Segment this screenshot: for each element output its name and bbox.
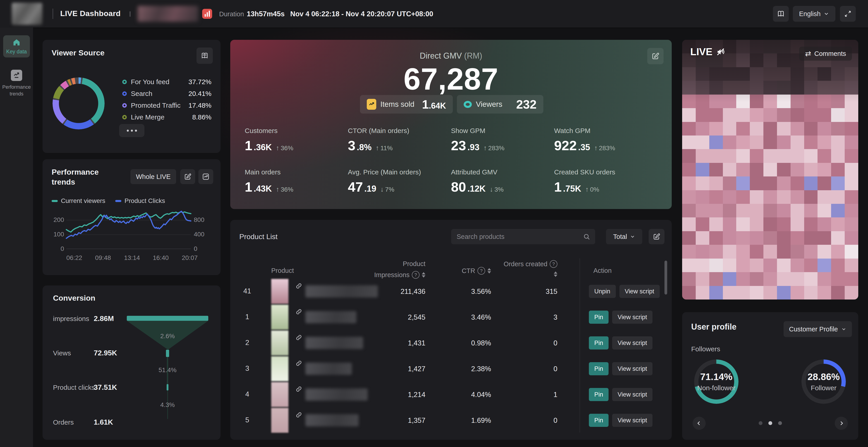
help-icon[interactable]: ?: [550, 260, 557, 268]
panel-title: User profile: [691, 322, 737, 332]
funnel-bar-impressions: [127, 316, 208, 321]
items-sold-value: 1: [422, 98, 429, 111]
toggle-comments-button[interactable]: ⇄ Comments: [799, 46, 852, 61]
legend-item: Promoted Traffic 17.48%: [122, 100, 212, 111]
link-icon[interactable]: [296, 386, 302, 392]
time-range: Nov 4 06:22:18 - Nov 4 20:20:07 UTC+08:0…: [290, 10, 433, 18]
metric-filter-dropdown[interactable]: Total: [606, 229, 642, 244]
help-icon[interactable]: ?: [477, 267, 485, 275]
col-header-orders-sort[interactable]: [490, 271, 557, 277]
duration-label: Duration: [219, 10, 244, 18]
link-icon[interactable]: [296, 308, 302, 315]
cell-ctr: 3.46%: [445, 313, 491, 321]
pin-button[interactable]: Pin: [589, 362, 609, 375]
cell-orders: 0: [521, 416, 557, 424]
conversion-rate: 4.3%: [152, 401, 183, 409]
link-icon[interactable]: [296, 282, 302, 289]
legend-item: Product Clicks: [115, 197, 165, 205]
legend-item: Search 20.41%: [122, 88, 212, 100]
link-icon[interactable]: [296, 334, 302, 341]
trend-line-chart: [66, 206, 191, 249]
panel-title: Conversion: [53, 294, 95, 303]
account-name-redacted: [138, 6, 198, 22]
sort-icon[interactable]: [422, 272, 425, 278]
stat-label: CTOR (Main orders): [348, 127, 451, 135]
view-script-button[interactable]: View script: [612, 362, 652, 375]
pin-button[interactable]: Unpin: [589, 285, 616, 298]
more-sources-button[interactable]: [119, 124, 145, 137]
topbar: LIVE Dashboard Duration 13h57m45s Nov 4 …: [0, 0, 868, 28]
pin-button[interactable]: Pin: [589, 311, 609, 324]
legend-item: Current viewers: [52, 197, 105, 205]
cell-impressions: 211,436: [366, 287, 425, 296]
legend-marker: [52, 200, 58, 202]
edit-metrics-button[interactable]: [180, 169, 195, 184]
product-row: 41211,4363.56%315UnpinView script: [230, 278, 672, 304]
expand-chart-button[interactable]: [198, 169, 213, 184]
live-video-panel: LIVE ⇄ Comments: [682, 40, 858, 300]
sidebar-item-label: Performance trends: [0, 84, 33, 97]
search-icon[interactable]: [583, 233, 590, 240]
pin-button[interactable]: Pin: [589, 388, 609, 401]
view-script-button[interactable]: View script: [612, 388, 652, 401]
cell-impressions: 2,545: [366, 313, 425, 321]
fullscreen-button[interactable]: [840, 6, 856, 22]
conversion-rate: 2.6%: [152, 333, 183, 340]
stat-value-sub: .43K: [254, 184, 272, 194]
col-header-impressions-line1: Product: [366, 260, 425, 268]
viewer-source-guide-button[interactable]: [196, 47, 213, 64]
gmv-title-text: Direct GMV: [420, 51, 462, 60]
guide-button[interactable]: [773, 6, 789, 22]
edit-columns-button[interactable]: [649, 229, 664, 244]
viewers-value: 232: [516, 97, 536, 111]
cell-impressions: 1,431: [366, 339, 425, 347]
comments-label: Comments: [814, 50, 846, 58]
muted-speaker-icon[interactable]: [716, 47, 725, 56]
carousel-dot-active[interactable]: [768, 421, 772, 425]
carousel-dot[interactable]: [758, 421, 763, 425]
language-selector[interactable]: English: [793, 6, 835, 22]
search-input[interactable]: [456, 233, 583, 241]
carousel-dot[interactable]: [778, 421, 782, 425]
stat-value-sub: .8%: [357, 142, 372, 152]
view-script-button[interactable]: View script: [612, 311, 652, 324]
chart-legend: Current viewers Product Clicks: [52, 197, 165, 205]
gauge-label: Follower: [811, 384, 836, 392]
cell-ctr: 2.38%: [445, 365, 491, 373]
stat-change: 11%: [380, 144, 393, 152]
funnel-mark-views: [166, 350, 169, 357]
trend-arrow-icon: ↑: [484, 144, 487, 152]
cell-ctr: 0.98%: [445, 339, 491, 347]
link-icon[interactable]: [296, 411, 302, 418]
view-script-button[interactable]: View script: [619, 285, 660, 298]
sort-icon[interactable]: [554, 271, 557, 277]
help-icon[interactable]: ?: [412, 271, 420, 279]
live-badge-label: LIVE: [690, 46, 712, 58]
y-axis-tick: 200: [42, 216, 64, 224]
legend-marker: [122, 115, 127, 119]
legend-label: Live Merge: [131, 113, 164, 121]
pin-button[interactable]: Pin: [589, 414, 609, 427]
product-thumbnail: [271, 331, 288, 355]
follower-gauge: 28.86%Follower: [801, 359, 846, 404]
product-row: 51,3571.69%0PinView script: [230, 407, 672, 433]
col-header-impressions[interactable]: Impressions?: [350, 271, 425, 279]
view-script-button[interactable]: View script: [612, 414, 652, 427]
gmv-value: 67,287: [230, 62, 672, 97]
range-selector-button[interactable]: Whole LIVE: [130, 169, 176, 184]
link-icon[interactable]: [296, 360, 302, 367]
page-title: LIVE Dashboard: [60, 9, 121, 18]
col-header-ctr[interactable]: CTR?: [445, 267, 491, 275]
pin-button[interactable]: Pin: [589, 336, 609, 349]
stat-watch-gpm: Watch GPM 922.35↑283%: [554, 127, 657, 153]
profile-type-dropdown[interactable]: Customer Profile: [783, 321, 852, 337]
stat-change: 283%: [599, 144, 615, 152]
sidebar-item-key-data[interactable]: Key data: [3, 35, 30, 58]
viewer-source-donut-chart: [53, 77, 104, 129]
sidebar-item-performance-trends[interactable]: Performance trends: [0, 70, 33, 97]
product-thumbnail: [271, 279, 288, 304]
video-top-shade: [682, 40, 858, 300]
legend-value: 20.41%: [188, 90, 212, 98]
view-script-button[interactable]: View script: [612, 336, 652, 349]
legend-marker: [122, 103, 127, 108]
